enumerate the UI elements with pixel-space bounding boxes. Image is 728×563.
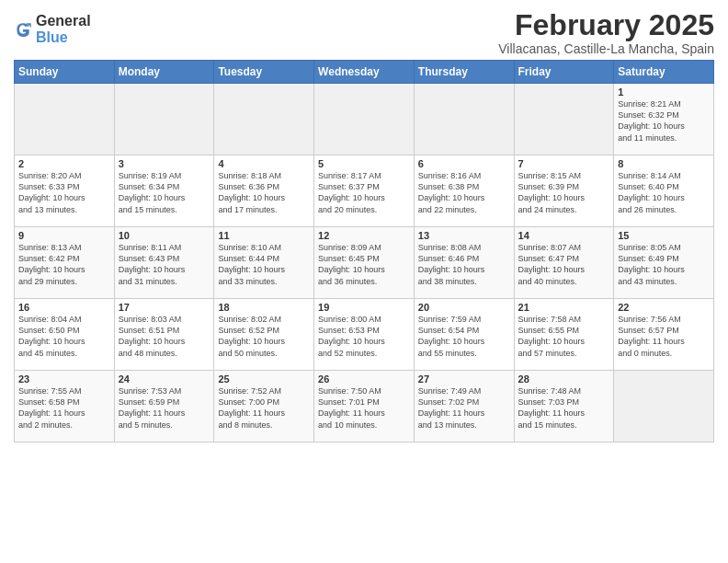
- day-info: Sunrise: 7:59 AM Sunset: 6:54 PM Dayligh…: [418, 314, 510, 359]
- logo-icon: [14, 20, 32, 39]
- weekday-header-thursday: Thursday: [414, 61, 514, 84]
- calendar-week-1: 1Sunrise: 8:21 AM Sunset: 6:32 PM Daylig…: [15, 84, 714, 155]
- calendar-cell: 26Sunrise: 7:50 AM Sunset: 7:01 PM Dayli…: [314, 371, 415, 442]
- calendar-week-3: 9Sunrise: 8:13 AM Sunset: 6:42 PM Daylig…: [15, 227, 714, 299]
- calendar-cell: 19Sunrise: 8:00 AM Sunset: 6:53 PM Dayli…: [314, 299, 415, 371]
- day-number: 28: [518, 373, 610, 385]
- day-number: 1: [618, 86, 710, 98]
- day-number: 4: [218, 158, 310, 169]
- calendar-cell: 11Sunrise: 8:10 AM Sunset: 6:44 PM Dayli…: [214, 227, 314, 299]
- day-number: 7: [518, 158, 610, 169]
- calendar-cell: [514, 84, 614, 155]
- calendar-cell: 22Sunrise: 7:56 AM Sunset: 6:57 PM Dayli…: [614, 299, 714, 371]
- day-number: 19: [318, 302, 410, 313]
- day-info: Sunrise: 8:13 AM Sunset: 6:42 PM Dayligh…: [18, 242, 110, 287]
- calendar-cell: [114, 84, 214, 155]
- day-info: Sunrise: 8:02 AM Sunset: 6:52 PM Dayligh…: [218, 314, 310, 359]
- day-number: 21: [518, 302, 610, 313]
- logo-text: General Blue: [36, 13, 91, 46]
- day-info: Sunrise: 8:16 AM Sunset: 6:38 PM Dayligh…: [418, 170, 510, 215]
- day-info: Sunrise: 8:00 AM Sunset: 6:53 PM Dayligh…: [318, 314, 410, 359]
- day-number: 25: [218, 373, 310, 385]
- calendar-cell: 1Sunrise: 8:21 AM Sunset: 6:32 PM Daylig…: [614, 84, 714, 155]
- calendar-cell: 13Sunrise: 8:08 AM Sunset: 6:46 PM Dayli…: [414, 227, 514, 299]
- day-info: Sunrise: 7:48 AM Sunset: 7:03 PM Dayligh…: [518, 385, 610, 431]
- calendar-cell: 25Sunrise: 7:52 AM Sunset: 7:00 PM Dayli…: [214, 371, 314, 442]
- calendar-cell: 24Sunrise: 7:53 AM Sunset: 6:59 PM Dayli…: [114, 371, 214, 442]
- day-number: 11: [218, 230, 310, 241]
- calendar-cell: [214, 84, 314, 155]
- calendar-cell: 10Sunrise: 8:11 AM Sunset: 6:43 PM Dayli…: [114, 227, 214, 299]
- calendar-cell: 12Sunrise: 8:09 AM Sunset: 6:45 PM Dayli…: [314, 227, 415, 299]
- calendar-table: SundayMondayTuesdayWednesdayThursdayFrid…: [14, 60, 714, 442]
- calendar-cell: 3Sunrise: 8:19 AM Sunset: 6:34 PM Daylig…: [114, 155, 214, 227]
- day-info: Sunrise: 8:19 AM Sunset: 6:34 PM Dayligh…: [119, 170, 210, 215]
- day-info: Sunrise: 8:14 AM Sunset: 6:40 PM Dayligh…: [618, 170, 710, 215]
- calendar-cell: 14Sunrise: 8:07 AM Sunset: 6:47 PM Dayli…: [514, 227, 614, 299]
- day-info: Sunrise: 8:09 AM Sunset: 6:45 PM Dayligh…: [318, 242, 410, 287]
- calendar-cell: [15, 84, 115, 155]
- weekday-header-wednesday: Wednesday: [314, 61, 415, 84]
- day-number: 13: [418, 230, 510, 241]
- day-number: 9: [18, 230, 110, 241]
- calendar-cell: 27Sunrise: 7:49 AM Sunset: 7:02 PM Dayli…: [414, 371, 514, 442]
- calendar-cell: [314, 84, 415, 155]
- location-title: Villacanas, Castille-La Mancha, Spain: [498, 41, 714, 56]
- day-number: 18: [218, 302, 310, 313]
- day-number: 5: [318, 158, 410, 169]
- day-info: Sunrise: 7:52 AM Sunset: 7:00 PM Dayligh…: [218, 385, 310, 431]
- weekday-header-friday: Friday: [514, 61, 614, 84]
- day-info: Sunrise: 8:18 AM Sunset: 6:36 PM Dayligh…: [218, 170, 310, 215]
- day-number: 26: [318, 373, 410, 385]
- calendar-cell: 6Sunrise: 8:16 AM Sunset: 6:38 PM Daylig…: [414, 155, 514, 227]
- weekday-header-row: SundayMondayTuesdayWednesdayThursdayFrid…: [15, 61, 714, 84]
- day-number: 24: [119, 373, 210, 385]
- day-number: 17: [119, 302, 210, 313]
- calendar-cell: 4Sunrise: 8:18 AM Sunset: 6:36 PM Daylig…: [214, 155, 314, 227]
- day-number: 15: [618, 230, 710, 241]
- day-number: 14: [518, 230, 610, 241]
- calendar-week-5: 23Sunrise: 7:55 AM Sunset: 6:58 PM Dayli…: [15, 371, 714, 442]
- day-number: 27: [418, 373, 510, 385]
- calendar-week-4: 16Sunrise: 8:04 AM Sunset: 6:50 PM Dayli…: [15, 299, 714, 371]
- day-info: Sunrise: 8:04 AM Sunset: 6:50 PM Dayligh…: [18, 314, 110, 359]
- page-container: General Blue February 2025 Villacanas, C…: [0, 0, 728, 447]
- calendar-cell: 20Sunrise: 7:59 AM Sunset: 6:54 PM Dayli…: [414, 299, 514, 371]
- calendar-cell: 8Sunrise: 8:14 AM Sunset: 6:40 PM Daylig…: [614, 155, 714, 227]
- day-number: 12: [318, 230, 410, 241]
- day-number: 10: [119, 230, 210, 241]
- day-number: 22: [618, 302, 710, 313]
- day-info: Sunrise: 7:55 AM Sunset: 6:58 PM Dayligh…: [18, 385, 110, 431]
- day-info: Sunrise: 8:10 AM Sunset: 6:44 PM Dayligh…: [218, 242, 310, 287]
- day-info: Sunrise: 8:20 AM Sunset: 6:33 PM Dayligh…: [18, 170, 110, 215]
- weekday-header-sunday: Sunday: [15, 61, 115, 84]
- calendar-week-2: 2Sunrise: 8:20 AM Sunset: 6:33 PM Daylig…: [15, 155, 714, 227]
- day-info: Sunrise: 8:11 AM Sunset: 6:43 PM Dayligh…: [119, 242, 210, 287]
- day-number: 8: [618, 158, 710, 169]
- day-info: Sunrise: 7:50 AM Sunset: 7:01 PM Dayligh…: [318, 385, 410, 431]
- day-info: Sunrise: 8:07 AM Sunset: 6:47 PM Dayligh…: [518, 242, 610, 287]
- calendar-cell: 18Sunrise: 8:02 AM Sunset: 6:52 PM Dayli…: [214, 299, 314, 371]
- calendar-cell: [614, 371, 714, 442]
- weekday-header-saturday: Saturday: [614, 61, 714, 84]
- calendar-cell: 2Sunrise: 8:20 AM Sunset: 6:33 PM Daylig…: [15, 155, 115, 227]
- day-info: Sunrise: 8:17 AM Sunset: 6:37 PM Dayligh…: [318, 170, 410, 215]
- weekday-header-tuesday: Tuesday: [214, 61, 314, 84]
- day-number: 6: [418, 158, 510, 169]
- header: General Blue February 2025 Villacanas, C…: [14, 9, 714, 56]
- day-info: Sunrise: 7:49 AM Sunset: 7:02 PM Dayligh…: [418, 385, 510, 431]
- title-block: February 2025 Villacanas, Castille-La Ma…: [498, 9, 714, 56]
- calendar-cell: 23Sunrise: 7:55 AM Sunset: 6:58 PM Dayli…: [15, 371, 115, 442]
- day-info: Sunrise: 8:03 AM Sunset: 6:51 PM Dayligh…: [119, 314, 210, 359]
- calendar-cell: 16Sunrise: 8:04 AM Sunset: 6:50 PM Dayli…: [15, 299, 115, 371]
- day-info: Sunrise: 8:08 AM Sunset: 6:46 PM Dayligh…: [418, 242, 510, 287]
- day-info: Sunrise: 8:05 AM Sunset: 6:49 PM Dayligh…: [618, 242, 710, 287]
- calendar-cell: 9Sunrise: 8:13 AM Sunset: 6:42 PM Daylig…: [15, 227, 115, 299]
- calendar-cell: 5Sunrise: 8:17 AM Sunset: 6:37 PM Daylig…: [314, 155, 415, 227]
- calendar-cell: [414, 84, 514, 155]
- day-number: 2: [18, 158, 110, 169]
- day-info: Sunrise: 8:21 AM Sunset: 6:32 PM Dayligh…: [618, 98, 710, 144]
- calendar-cell: 17Sunrise: 8:03 AM Sunset: 6:51 PM Dayli…: [114, 299, 214, 371]
- day-number: 3: [119, 158, 210, 169]
- day-number: 20: [418, 302, 510, 313]
